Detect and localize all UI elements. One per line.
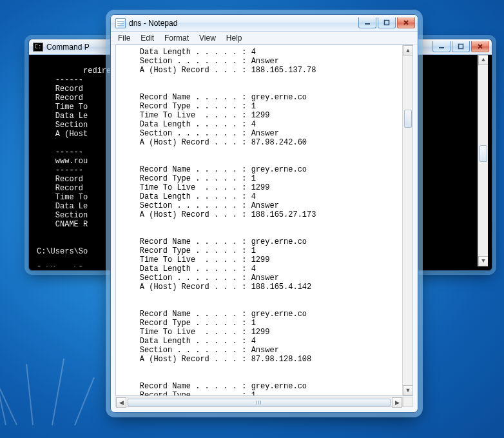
notepad-maximize-button[interactable] bbox=[378, 17, 396, 28]
notepad-title: dns - Notepad bbox=[129, 19, 177, 28]
scroll-thumb[interactable] bbox=[128, 399, 391, 406]
notepad-textarea[interactable]: Data Length . . . . . : 4 Section . . . … bbox=[115, 45, 413, 396]
resize-grip[interactable] bbox=[403, 397, 413, 407]
scroll-up-icon[interactable]: ▲ bbox=[478, 55, 488, 65]
command-prompt-text: redirec ------ Record Record Time To Dat… bbox=[37, 66, 115, 266]
cmd-minimize-button[interactable] bbox=[432, 41, 451, 52]
cmd-maximize-button[interactable] bbox=[452, 41, 470, 52]
svg-rect-1 bbox=[459, 45, 463, 49]
scroll-up-icon[interactable]: ▲ bbox=[403, 45, 413, 55]
scroll-down-icon[interactable]: ▼ bbox=[478, 256, 488, 266]
scroll-down-icon[interactable]: ▼ bbox=[403, 385, 413, 395]
notepad-icon bbox=[115, 18, 126, 28]
desktop: C: Command P redirec ------ Record Recor… bbox=[0, 0, 504, 438]
command-prompt-icon: C: bbox=[33, 43, 43, 52]
menu-file[interactable]: File bbox=[113, 33, 135, 43]
notepad-menubar: File Edit Format View Help bbox=[111, 32, 418, 45]
notepad-text[interactable]: Data Length . . . . . : 4 Section . . . … bbox=[116, 45, 402, 395]
scroll-left-icon[interactable]: ◀ bbox=[116, 397, 126, 408]
command-prompt-title: Command P bbox=[46, 43, 90, 52]
notepad-minimize-button[interactable] bbox=[358, 17, 376, 28]
svg-rect-5 bbox=[385, 21, 389, 25]
scroll-right-icon[interactable]: ▶ bbox=[392, 397, 402, 408]
menu-format[interactable]: Format bbox=[160, 33, 193, 43]
notepad-vscrollbar[interactable]: ▲ ▼ bbox=[402, 45, 412, 395]
notepad-window[interactable]: dns - Notepad File Edit Format View Help bbox=[110, 14, 418, 413]
menu-view[interactable]: View bbox=[195, 33, 220, 43]
notepad-titlebar[interactable]: dns - Notepad bbox=[111, 15, 418, 32]
menu-help[interactable]: Help bbox=[222, 33, 247, 43]
cmd-scrollbar[interactable]: ▲ ▼ bbox=[478, 55, 488, 266]
notepad-close-button[interactable] bbox=[397, 17, 415, 28]
notepad-hscrollbar[interactable]: ◀ ▶ bbox=[115, 397, 403, 407]
scroll-thumb[interactable] bbox=[404, 110, 412, 128]
cmd-close-button[interactable] bbox=[471, 41, 489, 52]
menu-edit[interactable]: Edit bbox=[136, 33, 159, 43]
scroll-thumb[interactable] bbox=[480, 145, 487, 162]
